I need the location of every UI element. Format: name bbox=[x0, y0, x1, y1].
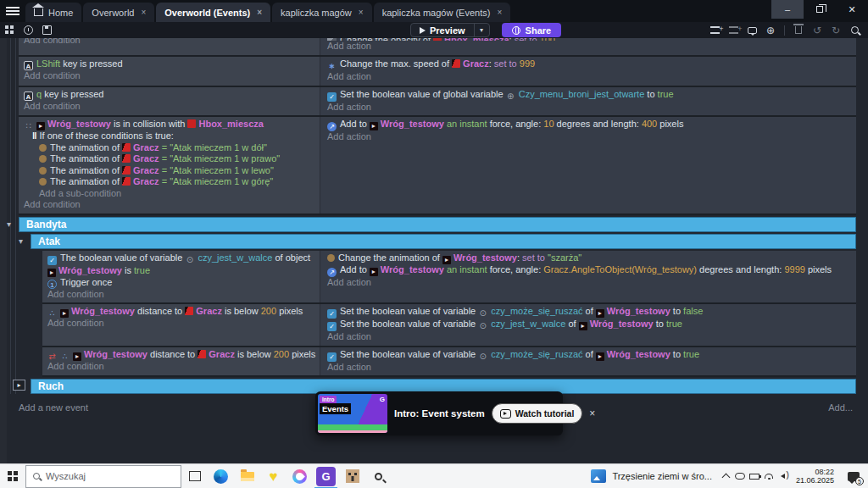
instruction-line[interactable]: ‖ If one of these conditions is true: bbox=[24, 130, 316, 142]
add-subevent-button[interactable] bbox=[725, 24, 742, 37]
close-window-button[interactable]: ✕ bbox=[836, 0, 868, 19]
add-condition-button[interactable]: Add condition bbox=[47, 318, 316, 330]
indent-guide bbox=[10, 38, 11, 394]
close-tab-icon[interactable]: × bbox=[495, 8, 502, 17]
battery-tray-icon[interactable] bbox=[748, 464, 762, 488]
instruction-text: Change the max. speed of bbox=[340, 58, 452, 69]
volume-tray-icon[interactable] bbox=[776, 464, 791, 488]
add-new-event-button[interactable]: Add a new event bbox=[19, 402, 88, 413]
save-button[interactable] bbox=[37, 24, 56, 37]
add-other-button[interactable]: ⊕ bbox=[762, 24, 779, 37]
add-action-button[interactable]: Add action bbox=[327, 362, 853, 374]
instruction-line[interactable]: Wróg_testowy is in collision with Hbox_m… bbox=[24, 119, 316, 130]
add-action-button[interactable]: Add action bbox=[327, 131, 853, 143]
taskbar-item-minecraft[interactable] bbox=[339, 464, 365, 488]
collapse-group-arrow[interactable]: ▾ bbox=[19, 236, 23, 246]
add-event-button[interactable] bbox=[706, 24, 723, 37]
instruction-line[interactable]: The animation of Gracz = "Atak mieczem 1… bbox=[24, 142, 316, 154]
instruction-text: is in collision with bbox=[111, 119, 187, 129]
add-action-button[interactable]: Add action bbox=[327, 41, 853, 53]
add-condition-button[interactable]: Add condition bbox=[24, 199, 316, 211]
keyboard-icon bbox=[24, 61, 33, 70]
share-button[interactable]: Share bbox=[502, 23, 562, 37]
instruction-line[interactable]: Trigger once bbox=[47, 277, 316, 289]
instruction-line[interactable]: Change the animation of Wróg_testowy: se… bbox=[327, 252, 853, 264]
add-condition-button[interactable]: Add condition bbox=[47, 361, 316, 373]
tab-kapliczka-mag-w-events-[interactable]: kapliczka magów (Events)× bbox=[374, 3, 511, 22]
taskbar-item-krita[interactable] bbox=[287, 464, 313, 488]
history-button[interactable] bbox=[19, 24, 37, 37]
expand-group-arrow[interactable]: ▸ bbox=[13, 380, 25, 391]
instruction-line[interactable]: LShift key is pressed bbox=[24, 58, 316, 70]
instruction-line[interactable]: Set the boolean value of variable czy_mo… bbox=[327, 349, 853, 362]
instruction-line[interactable]: The animation of Gracz = "Atak mieczem 1… bbox=[24, 176, 316, 188]
news-widget[interactable]: Trzęsienie ziemi w śro... bbox=[584, 464, 719, 488]
add-condition-button[interactable]: Add condition bbox=[47, 289, 316, 301]
tab-overworld[interactable]: Overworld× bbox=[83, 3, 154, 22]
taskbar-item-gdevelop[interactable]: G bbox=[313, 464, 339, 488]
add-condition-button[interactable]: Add condition bbox=[24, 38, 316, 47]
main-menu-button[interactable] bbox=[0, 0, 25, 22]
instruction-line[interactable]: Add to Wróg_testowy an instant force, an… bbox=[327, 264, 853, 277]
add-condition-button[interactable]: Add condition bbox=[24, 101, 316, 113]
group-header-bandyta[interactable]: Bandyta bbox=[19, 217, 856, 232]
tutorial-thumbnail[interactable]: Intro Events G bbox=[318, 394, 387, 433]
restore-button[interactable] bbox=[804, 0, 836, 19]
object-icon-hbox bbox=[433, 38, 442, 41]
tab-home[interactable]: Home bbox=[25, 3, 81, 22]
instruction-line[interactable]: q key is pressed bbox=[24, 89, 316, 101]
tab-kapliczka-mag-w[interactable]: kapliczka magów× bbox=[272, 3, 372, 22]
close-tab-icon[interactable]: × bbox=[255, 8, 262, 17]
object-variable-icon bbox=[185, 255, 194, 264]
preview-button[interactable]: Preview ▾ bbox=[410, 23, 490, 37]
taskbar-search-input[interactable]: Wyszukaj bbox=[25, 465, 181, 488]
delete-button[interactable] bbox=[790, 24, 807, 37]
invert-condition-icon bbox=[47, 352, 57, 361]
collapse-group-arrow[interactable]: ▾ bbox=[7, 219, 11, 229]
add-sub-condition-button[interactable]: Add a sub-condition bbox=[24, 188, 316, 200]
taskbar-item-magnifier[interactable] bbox=[365, 464, 392, 488]
close-tab-icon[interactable]: × bbox=[139, 8, 146, 17]
search-button[interactable] bbox=[846, 24, 863, 37]
task-view-button[interactable] bbox=[181, 464, 208, 488]
add-comment-button[interactable] bbox=[743, 24, 760, 37]
instruction-line[interactable]: Set the boolean value of variable czy_mo… bbox=[327, 306, 853, 319]
preview-options-dropdown[interactable]: ▾ bbox=[474, 24, 489, 36]
banner-close-button[interactable]: × bbox=[589, 408, 595, 419]
minimize-button[interactable]: – bbox=[771, 0, 804, 19]
instruction-line[interactable]: Wróg_testowy distance to Gracz is below … bbox=[47, 349, 316, 361]
taskbar-item-heart-app[interactable]: ♥ bbox=[260, 464, 287, 488]
hidden-icons-button[interactable] bbox=[719, 464, 733, 488]
taskbar-clock[interactable]: 08:22 21.06.2025 bbox=[791, 468, 839, 485]
taskbar-item-file-explorer[interactable] bbox=[234, 464, 260, 488]
group-header-atak[interactable]: Atak bbox=[31, 234, 856, 249]
add-action-button[interactable]: Add action bbox=[327, 102, 853, 114]
instruction-line[interactable]: The boolean value of variable czy_jest_w… bbox=[47, 252, 316, 277]
instruction-line[interactable]: Wróg_testowy distance to Gracz is below … bbox=[47, 306, 316, 318]
notification-center-button[interactable]: 5 bbox=[839, 464, 868, 488]
add-more-button[interactable]: Add... bbox=[828, 402, 853, 413]
instruction-line[interactable]: Add to Wróg_testowy an instant force, an… bbox=[327, 119, 853, 131]
instruction-line[interactable]: Set the boolean value of global variable… bbox=[327, 89, 853, 102]
add-action-button[interactable]: Add action bbox=[327, 71, 853, 83]
redo-button[interactable]: ↻ bbox=[827, 24, 844, 37]
undo-button[interactable]: ↺ bbox=[809, 24, 826, 37]
add-action-button[interactable]: Add action bbox=[327, 277, 853, 289]
open-panels-button[interactable] bbox=[0, 24, 19, 37]
add-condition-button[interactable]: Add condition bbox=[24, 70, 316, 82]
instruction-line[interactable]: The animation of Gracz = "Atak mieczem 1… bbox=[24, 165, 316, 177]
instruction-line[interactable]: Set the boolean value of variable czy_je… bbox=[327, 319, 853, 331]
close-tab-icon[interactable]: × bbox=[357, 8, 364, 17]
add-action-button[interactable]: Add action bbox=[327, 331, 853, 343]
banner-title: Intro: Event system bbox=[394, 408, 485, 419]
onedrive-tray-icon[interactable] bbox=[733, 464, 748, 488]
watch-tutorial-button[interactable]: Watch tutorial bbox=[492, 403, 583, 424]
start-button[interactable] bbox=[0, 464, 25, 488]
instruction-line[interactable]: Change the opacity of Hbox_miescza: set … bbox=[327, 38, 853, 41]
tab-overworld-events-[interactable]: Overworld (Events)× bbox=[156, 3, 270, 22]
instruction-line[interactable]: Change the max. speed of Gracz: set to 9… bbox=[327, 58, 853, 71]
taskbar-item-edge[interactable] bbox=[208, 464, 234, 488]
task-view-icon bbox=[189, 471, 201, 481]
instruction-line[interactable]: The animation of Gracz = "Atak mieczem 1… bbox=[24, 153, 316, 165]
network-tray-icon[interactable] bbox=[762, 464, 776, 488]
